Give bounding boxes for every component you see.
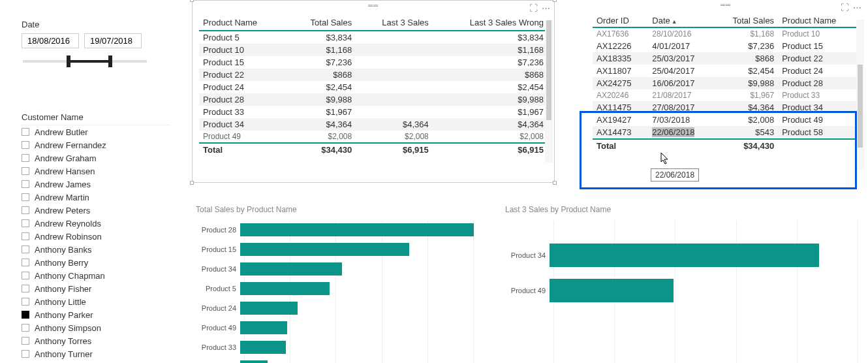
table-row[interactable]: Product 28$9,988$9,988	[199, 93, 548, 106]
checkbox[interactable]	[22, 128, 29, 136]
checkbox[interactable]	[22, 232, 29, 240]
date-start-input[interactable]	[22, 33, 79, 48]
table-product-sales[interactable]: ══ ⛶ ⋯ Product Name Total Sales Last 3 S…	[192, 0, 555, 183]
customer-item[interactable]: Anthony Little	[22, 295, 170, 308]
customer-name: Andrew Martin	[35, 193, 89, 202]
col-date[interactable]: Date▲	[648, 13, 713, 27]
customer-item[interactable]: Andrew Fernandez	[22, 138, 170, 151]
bar-label: Product 24	[193, 304, 240, 312]
customer-item[interactable]: Anthony Turner	[22, 347, 170, 360]
bar-row[interactable]: Product 34	[503, 240, 858, 270]
customer-name: Anthony Banks	[35, 245, 91, 255]
checkbox[interactable]	[22, 350, 29, 358]
checkbox[interactable]	[22, 272, 29, 279]
checkbox[interactable]	[22, 259, 29, 266]
col-last3-wrong[interactable]: Last 3 Sales Wrong	[433, 15, 548, 31]
total-label: Total	[593, 139, 648, 152]
checkbox[interactable]	[22, 167, 29, 175]
table-row[interactable]: AX1147527/08/2017$4,364Product 34	[593, 101, 859, 114]
checkbox[interactable]	[22, 245, 29, 253]
table-row[interactable]: AX1447322/06/2018$543Product 58	[593, 126, 859, 139]
chart-total-sales[interactable]: Product 28Product 15Product 34Product 5P…	[193, 221, 474, 363]
table-row[interactable]: AX1180725/04/2017$2,454Product 24	[593, 65, 859, 77]
chart2-title: Last 3 Sales by Product Name	[505, 205, 611, 214]
table-row[interactable]: Product 34$4,364$4,364$4,364	[199, 118, 548, 131]
col-product-name[interactable]: Product Name	[199, 15, 287, 31]
customer-item[interactable]: Andrew Martin	[22, 191, 170, 204]
customer-item[interactable]: Andrew Robinson	[22, 230, 170, 243]
chart-last3-sales[interactable]: Product 34Product 49	[503, 221, 858, 363]
customer-item[interactable]: Anthony Parker	[22, 308, 170, 321]
table-row[interactable]: Product 15$7,236$7,236	[199, 56, 548, 69]
customer-item[interactable]: Andrew James	[22, 178, 170, 191]
table-order-detail[interactable]: ══ ⛶ ⋯ Order ID Date▲ Total Sales Produc…	[586, 0, 865, 189]
checkbox[interactable]	[22, 193, 29, 201]
bar-row[interactable]: Product 28	[193, 221, 474, 239]
customer-item[interactable]: Anthony Torres	[22, 334, 170, 347]
bar-fill	[240, 360, 268, 363]
bar-row[interactable]: Product 24	[193, 299, 474, 317]
checkbox[interactable]	[22, 311, 29, 319]
bar-row[interactable]: Product 15	[193, 240, 474, 259]
table-row[interactable]: AX2427516/06/2017$9,988Product 28	[593, 77, 859, 89]
bar-row[interactable]: Product 49	[193, 319, 474, 337]
checkbox[interactable]	[22, 324, 29, 332]
customer-item[interactable]: Andrew Peters	[22, 204, 170, 217]
customer-name: Andrew James	[35, 180, 91, 189]
table-row[interactable]: AX194277/03/2018$2,008Product 49	[593, 114, 859, 126]
checkbox[interactable]	[22, 219, 29, 227]
slider-thumb-start[interactable]	[67, 55, 70, 67]
checkbox[interactable]	[22, 141, 29, 149]
checkbox[interactable]	[22, 298, 29, 306]
date-end-input[interactable]	[84, 33, 142, 48]
scrollbar[interactable]	[856, 20, 864, 170]
scrollbar[interactable]	[545, 20, 553, 163]
bar-row[interactable]: Product 49	[503, 276, 858, 306]
customer-name: Andrew Robinson	[35, 232, 102, 242]
customer-item[interactable]: Anthony Berry	[22, 256, 170, 269]
bar-row[interactable]: Product 34	[193, 260, 474, 278]
customer-name: Andrew Hansen	[35, 166, 95, 176]
table-row[interactable]: Product 33$1,967$1,967	[199, 106, 548, 118]
customer-item[interactable]: Anthony Chapman	[22, 269, 170, 282]
customer-name: Anthony Berry	[35, 258, 88, 268]
col-last3-sales[interactable]: Last 3 Sales	[356, 15, 433, 31]
bar-row[interactable]: Product 5	[193, 279, 474, 298]
customer-item[interactable]: Anthony Banks	[22, 243, 170, 256]
checkbox[interactable]	[22, 180, 29, 188]
bar-fill	[240, 341, 286, 354]
col-order-id[interactable]: Order ID	[593, 13, 648, 27]
table-row[interactable]: AX17636 28/10/2016 $1,168 Product 10	[593, 27, 859, 40]
customer-item[interactable]: Anthony Simpson	[22, 321, 170, 334]
table-row[interactable]: Product 49$2,008$2,008$2,008	[199, 131, 548, 143]
checkbox[interactable]	[22, 154, 29, 162]
customer-item[interactable]: Andrew Reynolds	[22, 217, 170, 230]
bar-fill	[240, 262, 342, 276]
bar-row[interactable]: Product 10	[193, 358, 474, 363]
bar-fill	[240, 223, 474, 236]
customer-item[interactable]: Andrew Hansen	[22, 165, 170, 178]
col-total-sales[interactable]: Total Sales	[714, 13, 778, 27]
table-row[interactable]: Product 22$868$868	[199, 69, 548, 81]
customer-item[interactable]: Anthony Fisher	[22, 282, 170, 295]
bar-label: Product 49	[503, 287, 550, 294]
checkbox[interactable]	[22, 337, 29, 345]
bar-fill	[240, 302, 298, 315]
table-row[interactable]: Product 24$2,454$2,454	[199, 81, 548, 93]
slider-thumb-end[interactable]	[108, 55, 112, 67]
customer-item[interactable]: Andrew Butler	[22, 125, 170, 138]
table-row[interactable]: AX1833525/03/2017$868Product 22	[593, 52, 859, 65]
table-row[interactable]: Product 5$3,834$3,834	[199, 31, 548, 44]
bar-row[interactable]: Product 33	[193, 338, 474, 356]
customer-item[interactable]: Andrew Graham	[22, 151, 170, 165]
table-row[interactable]: AX122264/01/2017$7,236Product 15	[593, 40, 859, 52]
date-slider[interactable]	[23, 55, 147, 73]
checkbox[interactable]	[22, 206, 29, 214]
checkbox[interactable]	[22, 285, 29, 292]
table-row[interactable]: AX2024621/08/2017$1,967Product 33	[593, 89, 859, 101]
customer-list[interactable]: Andrew ButlerAndrew FernandezAndrew Grah…	[22, 125, 170, 360]
col-total-sales[interactable]: Total Sales	[287, 15, 356, 31]
customer-name: Andrew Butler	[35, 127, 88, 137]
col-product-name[interactable]: Product Name	[778, 13, 859, 27]
table-row[interactable]: Product 10$1,168$1,168	[199, 44, 548, 56]
